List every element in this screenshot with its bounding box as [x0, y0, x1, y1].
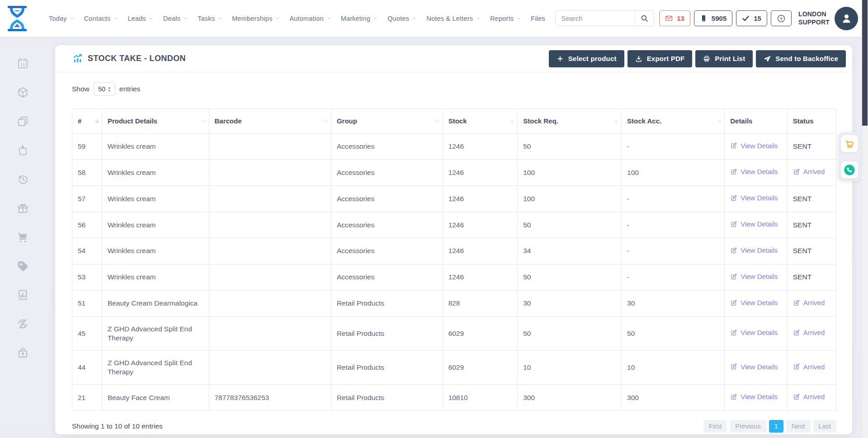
cell-num: 54	[72, 238, 102, 264]
nav-item-tasks[interactable]: Tasks	[198, 15, 222, 22]
column-label: Stock Req.	[523, 117, 558, 125]
download-icon	[635, 55, 642, 62]
pagination-first[interactable]: First	[703, 420, 727, 433]
column-header-stock-req[interactable]: Stock Req.↑↓	[518, 109, 622, 134]
mail-count: 13	[677, 14, 684, 22]
pagination-last[interactable]: Last	[813, 420, 836, 433]
page-size-control: Show 50 ▲▼ entries	[72, 82, 836, 96]
table-row: 57Wrinkles creamAccessories1246100-View …	[72, 186, 836, 212]
column-label: Product Details	[108, 117, 157, 125]
avatar[interactable]	[835, 7, 858, 30]
edit-icon	[730, 273, 737, 280]
cell-stock-req: 10	[518, 351, 622, 385]
entries-summary: Showing 1 to 10 of 10 entries	[72, 422, 163, 430]
nav-item-contacts[interactable]: Contacts	[84, 15, 118, 22]
column-label: Stock Acc.	[627, 117, 661, 125]
column-header-product-details[interactable]: Product Details↑↓	[102, 109, 209, 134]
column-header-stock[interactable]: Stock↑↓	[443, 109, 518, 134]
nav-item-quotes[interactable]: Quotes	[387, 15, 417, 22]
view-details-link[interactable]: View Details	[730, 272, 778, 281]
page-size-select[interactable]: 50 ▲▼	[94, 82, 115, 96]
help-button[interactable]: ?	[771, 10, 792, 26]
nav-item-today[interactable]: Today	[49, 15, 75, 22]
nav-item-deals[interactable]: Deals	[163, 15, 188, 22]
nav-item-label: Memberships	[232, 15, 272, 22]
status-arrived-link[interactable]: Arrived	[793, 167, 825, 176]
bag-icon[interactable]	[17, 144, 29, 156]
pagination-next[interactable]: Next	[786, 420, 811, 433]
status-arrived-link[interactable]: Arrived	[793, 298, 825, 307]
column-header-stock-acc[interactable]: Stock Acc.↑↓	[622, 109, 725, 134]
contact-sync-icon[interactable]	[17, 318, 29, 330]
nav-item-reports[interactable]: Reports	[490, 15, 521, 22]
view-details-link[interactable]: View Details	[730, 298, 778, 307]
nav-item-memberships[interactable]: Memberships	[232, 15, 280, 22]
column-header-barcode[interactable]: Barcode↑↓	[209, 109, 331, 134]
edit-icon	[793, 363, 800, 370]
view-details-link[interactable]: View Details	[730, 363, 778, 372]
phone-badge[interactable]: 5905	[694, 10, 732, 26]
view-details-link[interactable]: View Details	[730, 193, 778, 203]
view-details-link[interactable]: View Details	[730, 392, 778, 401]
export-pdf-button[interactable]: Export PDF	[627, 50, 693, 67]
select-arrows-icon: ▲▼	[108, 86, 110, 92]
copy-icon[interactable]	[17, 115, 29, 127]
view-details-link[interactable]: View Details	[730, 328, 778, 337]
cell-product: Beauty Cream Dearmalogica	[102, 290, 209, 316]
print-list-button[interactable]: Print List	[695, 50, 753, 67]
user-name-line1: LONDON	[798, 10, 830, 19]
chevron-down-icon	[217, 16, 222, 21]
cart-icon[interactable]	[17, 231, 29, 243]
nav-item-leads[interactable]: Leads	[128, 15, 154, 22]
search-input[interactable]	[556, 11, 635, 26]
sort-icon: ↑↓	[509, 118, 513, 125]
cell-details: View Details	[725, 264, 788, 290]
app-logo-icon[interactable]	[5, 5, 29, 32]
cart-floating-button[interactable]	[841, 135, 858, 152]
status-badge: SENT	[793, 273, 811, 281]
status-badge: SENT	[793, 142, 811, 150]
whatsapp-floating-button[interactable]	[841, 161, 858, 179]
nav-item-marketing[interactable]: Marketing	[341, 15, 378, 22]
history-icon[interactable]	[17, 173, 29, 185]
page-title: STOCK TAKE - LONDON	[88, 54, 186, 63]
chevron-down-icon	[113, 16, 118, 21]
calendar-icon[interactable]: 12	[17, 57, 29, 70]
table-row: 56Wrinkles creamAccessories124650-View D…	[72, 212, 836, 238]
status-arrived-link[interactable]: Arrived	[793, 363, 825, 372]
scrollbar[interactable]	[861, 0, 868, 438]
sort-icon: ↑↓	[94, 118, 98, 125]
search-button[interactable]	[635, 11, 654, 26]
select-product-button[interactable]: Select product	[549, 50, 624, 67]
action-buttons: Select productExport PDFPrint ListSend t…	[549, 50, 846, 67]
column-header-num[interactable]: #↑↓	[72, 109, 102, 134]
send-to-backoffice-button[interactable]: Send to Backoffice	[756, 50, 846, 67]
status-arrived-link[interactable]: Arrived	[793, 392, 825, 401]
printer-icon	[703, 55, 710, 62]
nav-item-automation[interactable]: Automation	[289, 15, 331, 22]
lock-icon[interactable]	[17, 347, 29, 359]
button-label: Send to Backoffice	[775, 55, 838, 62]
price-tag-icon[interactable]: $	[17, 260, 29, 272]
mail-badge[interactable]: 13	[659, 10, 690, 26]
pagination-1[interactable]: 1	[769, 420, 783, 433]
view-details-link[interactable]: View Details	[730, 220, 778, 229]
view-details-label: View Details	[741, 220, 778, 229]
scrollbar-thumb[interactable]	[862, 0, 868, 126]
view-details-link[interactable]: View Details	[730, 141, 778, 151]
view-details-label: View Details	[741, 246, 778, 255]
check-badge[interactable]: 15	[736, 10, 767, 26]
view-details-link[interactable]: View Details	[730, 246, 778, 255]
package-icon[interactable]	[17, 86, 29, 99]
report-icon[interactable]	[17, 289, 29, 301]
cell-stock-acc: -	[622, 186, 725, 212]
column-header-group[interactable]: Group↑↓	[331, 109, 443, 134]
nav-item-label: Deals	[163, 15, 180, 22]
table-row: 59Wrinkles creamAccessories124650-View D…	[72, 133, 836, 160]
gift-icon[interactable]	[17, 202, 29, 214]
pagination-previous[interactable]: Previous	[730, 420, 766, 433]
status-arrived-link[interactable]: Arrived	[793, 328, 825, 337]
nav-item-files[interactable]: Files	[531, 15, 545, 22]
nav-item-notes-letters[interactable]: Notes & Letters	[426, 15, 481, 22]
view-details-link[interactable]: View Details	[730, 167, 778, 176]
